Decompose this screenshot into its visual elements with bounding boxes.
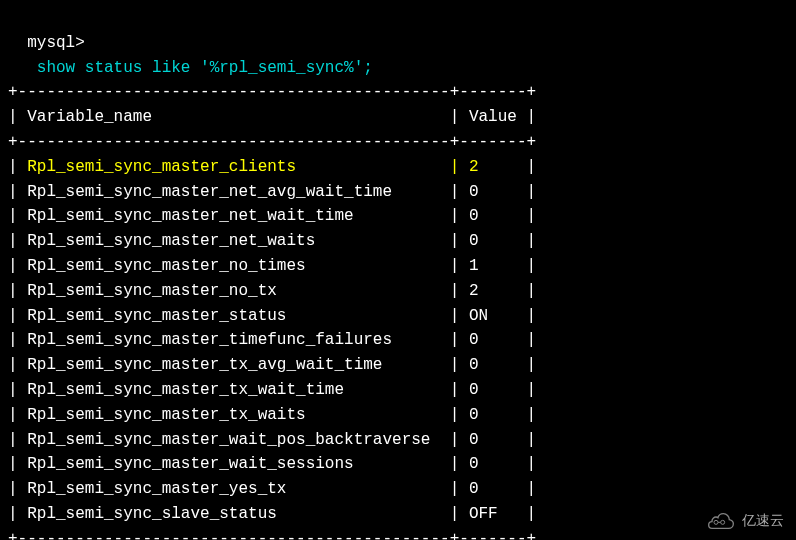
table-header-border: +---------------------------------------…: [8, 130, 788, 155]
table-row: | Rpl_semi_sync_master_no_times | 1 |: [8, 254, 788, 279]
table-row: | Rpl_semi_sync_master_tx_avg_wait_time …: [8, 353, 788, 378]
value-cell: 0: [469, 431, 517, 449]
value-cell: OFF: [469, 505, 517, 523]
variable-name-cell: Rpl_semi_sync_master_tx_waits: [27, 406, 440, 424]
variable-name-cell: Rpl_semi_sync_master_no_tx: [27, 282, 440, 300]
table-row: | Rpl_semi_sync_master_no_tx | 2 |: [8, 279, 788, 304]
variable-name-cell: Rpl_semi_sync_master_tx_avg_wait_time: [27, 356, 440, 374]
cloud-icon: [704, 511, 736, 531]
value-cell: 2: [469, 158, 517, 176]
table-row: | Rpl_semi_sync_master_timefunc_failures…: [8, 328, 788, 353]
value-cell: 0: [469, 381, 517, 399]
table-top-border: +---------------------------------------…: [8, 80, 788, 105]
command-line: mysql> show status like '%rpl_semi_sync%…: [8, 6, 788, 80]
variable-name-cell: Rpl_semi_sync_master_yes_tx: [27, 480, 440, 498]
table-row: | Rpl_semi_sync_master_wait_pos_backtrav…: [8, 428, 788, 453]
cell-separator: |: [440, 331, 469, 349]
variable-name-cell: Rpl_semi_sync_slave_status: [27, 505, 440, 523]
value-cell: 1: [469, 257, 517, 275]
table-bottom-border: +---------------------------------------…: [8, 527, 788, 540]
cell-separator: |: [440, 207, 469, 225]
cell-separator: |: [440, 406, 469, 424]
cell-separator: |: [440, 356, 469, 374]
variable-name-cell: Rpl_semi_sync_master_wait_sessions: [27, 455, 440, 473]
table-row: | Rpl_semi_sync_master_yes_tx | 0 |: [8, 477, 788, 502]
table-row: | Rpl_semi_sync_master_wait_sessions | 0…: [8, 452, 788, 477]
value-cell: 0: [469, 480, 517, 498]
table-row: | Rpl_semi_sync_master_net_wait_time | 0…: [8, 204, 788, 229]
cell-separator: |: [440, 282, 469, 300]
cell-separator: |: [440, 183, 469, 201]
cell-separator: |: [440, 232, 469, 250]
table-header-row: | Variable_name | Value |: [8, 105, 788, 130]
value-cell: 2: [469, 282, 517, 300]
variable-name-cell: Rpl_semi_sync_master_net_avg_wait_time: [27, 183, 440, 201]
cell-separator: |: [440, 257, 469, 275]
table-row: | Rpl_semi_sync_master_clients | 2 |: [8, 155, 788, 180]
table-row: | Rpl_semi_sync_master_tx_waits | 0 |: [8, 403, 788, 428]
variable-name-cell: Rpl_semi_sync_master_wait_pos_backtraver…: [27, 431, 440, 449]
table-row: | Rpl_semi_sync_master_status | ON |: [8, 304, 788, 329]
cell-separator: |: [440, 480, 469, 498]
cell-separator: |: [440, 307, 469, 325]
svg-point-1: [721, 520, 725, 524]
sql-command: show status like '%rpl_semi_sync%';: [27, 59, 373, 77]
value-cell: 0: [469, 331, 517, 349]
value-cell: 0: [469, 232, 517, 250]
value-cell: 0: [469, 406, 517, 424]
table-body: | Rpl_semi_sync_master_clients | 2 || Rp…: [8, 155, 788, 527]
variable-name-cell: Rpl_semi_sync_master_no_times: [27, 257, 440, 275]
variable-name-cell: Rpl_semi_sync_master_status: [27, 307, 440, 325]
variable-name-cell: Rpl_semi_sync_master_net_waits: [27, 232, 440, 250]
cell-separator: |: [440, 158, 469, 176]
table-row: | Rpl_semi_sync_master_net_waits | 0 |: [8, 229, 788, 254]
watermark: 亿速云: [704, 510, 784, 532]
cell-separator: |: [440, 455, 469, 473]
svg-point-0: [714, 520, 718, 524]
variable-name-cell: Rpl_semi_sync_master_tx_wait_time: [27, 381, 440, 399]
value-cell: 0: [469, 455, 517, 473]
table-row: | Rpl_semi_sync_slave_status | OFF |: [8, 502, 788, 527]
cell-separator: |: [440, 505, 469, 523]
mysql-prompt: mysql>: [27, 34, 85, 52]
table-row: | Rpl_semi_sync_master_net_avg_wait_time…: [8, 180, 788, 205]
value-cell: 0: [469, 356, 517, 374]
variable-name-cell: Rpl_semi_sync_master_clients: [27, 158, 440, 176]
cell-separator: |: [440, 431, 469, 449]
variable-name-cell: Rpl_semi_sync_master_net_wait_time: [27, 207, 440, 225]
cell-separator: |: [440, 381, 469, 399]
value-cell: ON: [469, 307, 517, 325]
watermark-text: 亿速云: [742, 510, 784, 532]
variable-name-cell: Rpl_semi_sync_master_timefunc_failures: [27, 331, 440, 349]
table-row: | Rpl_semi_sync_master_tx_wait_time | 0 …: [8, 378, 788, 403]
value-cell: 0: [469, 183, 517, 201]
value-cell: 0: [469, 207, 517, 225]
